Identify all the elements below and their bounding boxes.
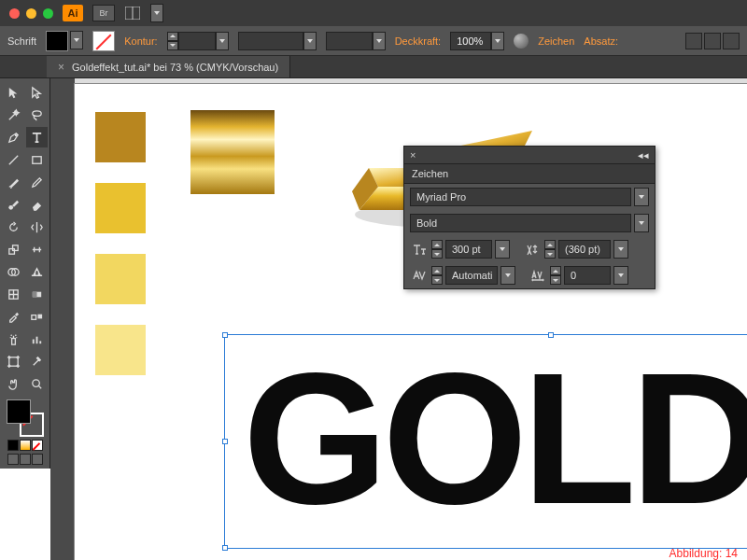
draw-inside-button[interactable] (32, 454, 43, 465)
artwork-text[interactable]: GOLD (243, 345, 747, 532)
zeichen-link[interactable]: Zeichen (538, 35, 574, 47)
fill-indicator[interactable] (7, 399, 31, 424)
tracking-spinner[interactable] (550, 266, 561, 285)
arrange-documents-button[interactable] (124, 5, 141, 21)
perspective-grid-tool[interactable] (26, 261, 48, 282)
fill-dropdown[interactable] (70, 31, 83, 49)
draw-normal-button[interactable] (7, 454, 19, 465)
gradient-tool[interactable] (26, 284, 48, 304)
close-tab-icon[interactable]: × (58, 61, 64, 74)
selection-tool[interactable] (3, 82, 24, 103)
leading-spinner[interactable] (544, 240, 556, 259)
figure-caption: Abbildung: 14 (669, 547, 738, 560)
magic-wand-tool[interactable] (3, 105, 24, 125)
font-size-input[interactable]: 300 pt (445, 240, 492, 259)
font-family-dropdown[interactable] (634, 188, 649, 206)
window-titlebar: Ai Br (0, 0, 747, 26)
lasso-tool[interactable] (26, 105, 48, 125)
fill-swatch[interactable] (46, 31, 68, 51)
line-tool[interactable] (3, 149, 24, 170)
scale-tool[interactable] (3, 239, 24, 259)
font-size-dropdown[interactable] (495, 240, 510, 259)
swatch-4[interactable] (95, 325, 146, 375)
font-style-dropdown[interactable] (634, 214, 649, 232)
svg-line-4 (9, 155, 18, 163)
kerning-spinner[interactable] (431, 266, 443, 285)
screen-mode-switches (7, 454, 43, 465)
svg-point-21 (33, 379, 40, 386)
brush-def-dropdown[interactable] (373, 32, 386, 50)
blob-brush-tool[interactable] (3, 194, 24, 215)
pencil-tool[interactable] (26, 172, 48, 192)
absatz-link[interactable]: Absatz: (584, 35, 618, 47)
paintbrush-tool[interactable] (3, 172, 24, 192)
swatch-1[interactable] (95, 112, 146, 162)
eyedropper-tool[interactable] (3, 306, 24, 327)
blend-tool[interactable] (26, 306, 48, 327)
stroke-weight-dropdown[interactable] (216, 32, 229, 50)
hand-tool[interactable] (3, 373, 24, 394)
stroke-swatch[interactable] (92, 31, 115, 51)
opacity-input[interactable]: 100% (450, 32, 491, 50)
kerning-input[interactable]: Automati (445, 266, 498, 285)
panel-close-icon[interactable]: × (410, 149, 416, 161)
direct-selection-tool[interactable] (26, 82, 48, 103)
rotate-tool[interactable] (3, 217, 24, 237)
artboard-tool[interactable] (3, 351, 24, 371)
font-style-input[interactable]: Bold (410, 214, 631, 232)
symbol-sprayer-tool[interactable] (3, 329, 24, 349)
brush-profile-input[interactable] (238, 32, 303, 50)
none-mode-button[interactable] (32, 440, 43, 451)
draw-behind-button[interactable] (20, 454, 31, 465)
fill-stroke-indicator[interactable] (7, 399, 44, 437)
brush-def-input[interactable] (326, 32, 373, 50)
schrift-label: Schrift (7, 35, 36, 47)
eraser-tool[interactable] (26, 194, 48, 215)
panel-header[interactable]: × ◂◂ (404, 147, 655, 163)
width-tool[interactable] (26, 239, 48, 259)
reflect-tool[interactable] (26, 217, 48, 237)
gradient-mode-button[interactable] (20, 440, 31, 451)
brush-profile-dropdown[interactable] (303, 32, 317, 50)
font-size-spinner[interactable] (431, 240, 443, 259)
close-window-button[interactable] (9, 8, 20, 19)
character-panel[interactable]: × ◂◂ Zeichen Myriad Pro Bold 300 pt (360… (403, 146, 655, 289)
swatch-3[interactable] (95, 254, 146, 304)
recolor-icon[interactable] (514, 34, 529, 49)
document-tab-bar: × Goldeffekt_tut.ai* bei 73 % (CMYK/Vors… (0, 56, 747, 78)
tracking-dropdown[interactable] (613, 266, 628, 285)
align-center-button[interactable] (704, 33, 721, 49)
shape-builder-tool[interactable] (3, 261, 24, 282)
pen-tool[interactable] (3, 127, 24, 147)
panel-tab-zeichen[interactable]: Zeichen (404, 163, 655, 184)
zoom-window-button[interactable] (43, 8, 53, 19)
rectangle-tool[interactable] (26, 149, 48, 170)
swatch-2[interactable] (95, 183, 146, 233)
mesh-tool[interactable] (3, 284, 24, 304)
minimize-window-button[interactable] (26, 8, 36, 19)
stroke-weight-spinner[interactable] (167, 32, 178, 50)
color-mode-button[interactable] (7, 440, 19, 451)
font-family-input[interactable]: Myriad Pro (410, 188, 631, 206)
stroke-weight-input[interactable] (178, 32, 216, 50)
svg-rect-5 (33, 156, 41, 163)
document-tab[interactable]: × Goldeffekt_tut.ai* bei 73 % (CMYK/Vors… (47, 56, 290, 77)
paragraph-align-group (685, 33, 740, 49)
zoom-tool[interactable] (26, 373, 48, 394)
svg-rect-14 (32, 315, 36, 319)
slice-tool[interactable] (26, 351, 48, 371)
gold-gradient-swatch[interactable] (190, 110, 275, 194)
tracking-input[interactable]: 0 (564, 266, 611, 285)
kerning-dropdown[interactable] (500, 266, 515, 285)
panel-collapse-icon[interactable]: ◂◂ (638, 149, 649, 161)
arrange-dropdown[interactable] (150, 4, 163, 22)
align-right-button[interactable] (723, 33, 740, 49)
type-tool[interactable] (26, 127, 48, 147)
align-left-button[interactable] (685, 33, 702, 49)
bridge-button[interactable]: Br (92, 5, 115, 21)
leading-dropdown[interactable] (613, 240, 628, 259)
opacity-dropdown[interactable] (491, 32, 504, 50)
leading-input[interactable]: (360 pt) (558, 240, 611, 259)
column-graph-tool[interactable] (26, 329, 48, 349)
svg-rect-17 (33, 339, 35, 343)
